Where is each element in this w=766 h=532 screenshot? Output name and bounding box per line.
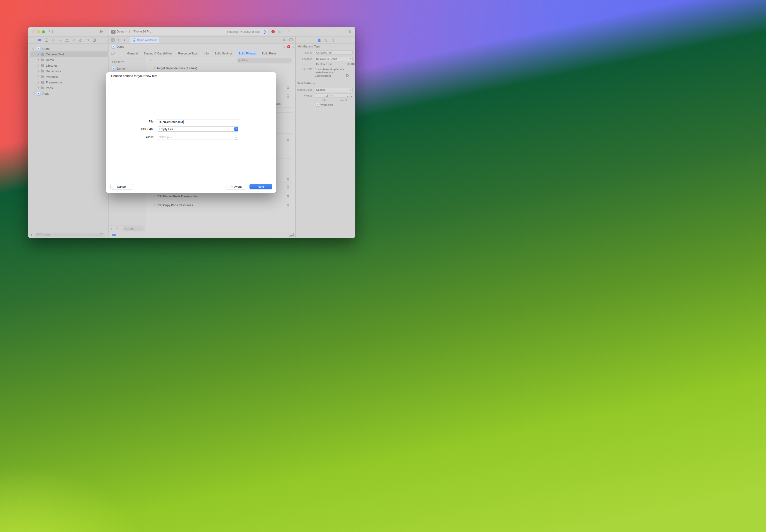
project-panel-filter-field[interactable]: Filter (123, 226, 144, 231)
bookmark-navigator-icon[interactable] (52, 38, 55, 42)
next-issue-chevron-icon[interactable] (291, 45, 294, 48)
cancel-button[interactable]: Cancel (110, 184, 133, 189)
indent-width-stepper[interactable] (350, 93, 353, 98)
trash-icon[interactable] (286, 195, 289, 198)
tab-resource-tags[interactable]: Resource Tags (178, 52, 197, 55)
trash-icon[interactable] (286, 178, 289, 181)
source-control-navigator-icon[interactable] (45, 38, 48, 42)
recent-files-clock-icon[interactable] (95, 234, 98, 236)
show-projects-list-icon[interactable] (111, 52, 115, 55)
help-inspector-icon[interactable] (332, 38, 335, 42)
back-chevron-icon[interactable] (118, 39, 120, 41)
navigator-filter-field[interactable]: Filter (35, 233, 105, 237)
minimize-button[interactable] (37, 30, 40, 33)
tab-build-phases[interactable]: Build Phases (237, 51, 258, 56)
disclosure-chevron-icon[interactable] (36, 86, 39, 89)
editor-options-icon[interactable] (289, 233, 294, 237)
disclosure-chevron-icon[interactable] (36, 58, 39, 61)
tree-item-centeredtext[interactable]: CenteredText (30, 51, 113, 57)
trash-icon[interactable] (286, 139, 289, 142)
previous-button[interactable]: Previous (226, 184, 246, 189)
add-file-icon[interactable]: + (30, 233, 32, 237)
add-target-icon[interactable]: + (111, 226, 113, 230)
filter-options-icon[interactable] (36, 233, 43, 236)
cloud-status-icon[interactable] (277, 30, 282, 33)
disclosure-chevron-icon[interactable] (36, 53, 39, 55)
close-button[interactable] (32, 30, 35, 33)
trash-icon[interactable] (286, 185, 289, 189)
file-inspector-icon[interactable] (318, 38, 321, 42)
tab-general[interactable]: General (127, 52, 137, 55)
previous-issue-chevron-icon[interactable] (284, 45, 286, 48)
error-badge[interactable]: × (271, 30, 275, 33)
reveal-arrow-icon[interactable] (345, 74, 349, 77)
editor-grid-icon[interactable] (111, 38, 115, 42)
run-destination[interactable]: iPhone 16 Pro (133, 30, 151, 33)
debug-navigator-icon[interactable] (79, 38, 82, 42)
disclosure-chevron-icon[interactable] (36, 81, 39, 83)
indent-width-field[interactable]: 2 (334, 93, 350, 98)
disclosure-chevron-icon[interactable] (36, 70, 39, 72)
project-panel-item-demo[interactable]: Demo (112, 67, 125, 71)
tab-demo-xcodeproj[interactable]: Demo.xcodeproj (130, 37, 159, 43)
location-popup[interactable]: Relative to Group (315, 57, 352, 61)
wrap-lines-checkbox[interactable]: ✓ (316, 103, 319, 107)
phase-row-copy-pods-resources[interactable]: [CP] Copy Pods Resources (146, 202, 295, 208)
project-navigator-icon[interactable] (38, 38, 42, 42)
tree-item-pods-project[interactable]: Pods (30, 91, 109, 96)
build-phases-filter-field[interactable]: Filter (237, 58, 292, 63)
target-tag-icon[interactable] (112, 234, 116, 236)
clear-location-icon[interactable] (347, 62, 350, 65)
name-field[interactable]: CenteredText (315, 50, 352, 55)
file-type-popup[interactable]: Empty File (157, 126, 239, 132)
tree-item-frameworks[interactable]: Frameworks (30, 79, 113, 85)
toggle-inspector-icon[interactable] (347, 30, 351, 33)
disclosure-chevron-icon[interactable] (32, 92, 35, 95)
disclosure-chevron-icon[interactable] (152, 195, 155, 198)
tree-item-pods-group[interactable]: Pods (30, 85, 113, 91)
tab-signing-capabilities[interactable]: Signing & Capabilities (144, 52, 172, 55)
disclosure-chevron-icon[interactable] (152, 67, 155, 69)
toggle-navigator-icon[interactable] (49, 30, 53, 33)
remove-target-icon[interactable]: − (116, 226, 118, 230)
tab-width-stepper[interactable] (330, 93, 332, 98)
tab-build-rules[interactable]: Build Rules (262, 52, 276, 55)
add-editor-icon[interactable] (289, 38, 293, 42)
tree-item-products[interactable]: Products (30, 74, 113, 79)
related-items-swap-icon[interactable] (282, 39, 286, 41)
find-navigator-icon[interactable] (58, 38, 62, 42)
choose-folder-icon[interactable] (351, 62, 355, 65)
file-name-input[interactable]: RTNCenteredText (157, 119, 239, 124)
next-button[interactable]: Next (249, 184, 272, 189)
jumpbar-title[interactable]: Demo (117, 45, 124, 48)
history-inspector-icon[interactable] (325, 38, 328, 42)
test-navigator-icon[interactable] (72, 38, 75, 42)
indent-using-popup[interactable]: Spaces (315, 88, 352, 92)
breakpoint-navigator-icon[interactable] (86, 38, 89, 42)
trash-icon[interactable] (286, 204, 289, 207)
class-combo[interactable]: NSObject (157, 135, 239, 140)
tab-width-field[interactable]: 2 (315, 93, 329, 98)
disclosure-chevron-icon[interactable] (32, 47, 35, 50)
add-build-phase-icon[interactable]: + (149, 58, 151, 62)
disclosure-chevron-icon[interactable] (36, 75, 39, 78)
trash-icon[interactable] (286, 85, 289, 89)
phase-row-embed-pods-frameworks[interactable]: [CP] Embed Pods Frameworks (146, 194, 295, 199)
trash-icon[interactable] (286, 94, 289, 98)
tab-info[interactable]: Info (204, 52, 208, 55)
report-navigator-icon[interactable] (93, 38, 96, 42)
issue-error-badge[interactable]: × (287, 45, 290, 48)
tree-item-demo-group[interactable]: Demo (30, 57, 113, 63)
tree-item-demo-project[interactable]: Demo (30, 46, 109, 51)
disclosure-chevron-icon[interactable] (36, 64, 39, 67)
source-control-changes-icon[interactable] (100, 233, 103, 236)
issue-navigator-icon[interactable] (65, 38, 69, 42)
library-add-icon[interactable]: + (287, 29, 290, 34)
zoom-button[interactable] (42, 30, 45, 33)
forward-chevron-icon[interactable] (122, 39, 125, 41)
run-button[interactable] (100, 30, 103, 33)
scheme-name[interactable]: Demo (117, 30, 124, 33)
phase-row-target-dependencies[interactable]: Target Dependencies (0 items) (146, 65, 295, 71)
disclosure-chevron-icon[interactable] (152, 204, 155, 206)
tree-item-demotests[interactable]: DemoTests (30, 68, 113, 74)
